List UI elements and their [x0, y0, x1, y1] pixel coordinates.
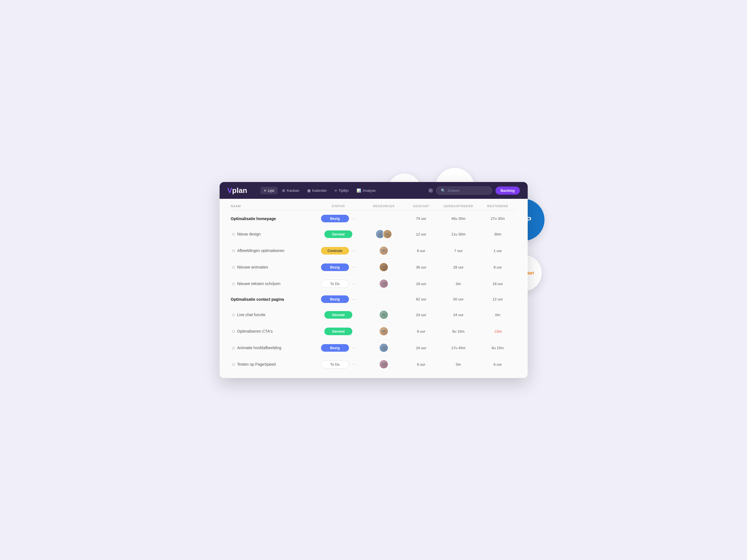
row-name: ⊟ Optimaliseren CTA's	[231, 329, 314, 334]
table-row: ⊟ Live chat functie Gereed PL 24 uur 24 …	[231, 306, 516, 323]
arrow-button[interactable]: →	[351, 281, 356, 286]
row-geregistreerd: 17u 45m	[438, 346, 479, 350]
row-resterend: 12 uur	[479, 297, 516, 301]
subtask-icon: ⊟	[232, 265, 235, 269]
backlog-button[interactable]: Backlog	[495, 186, 520, 195]
avatar: ER	[379, 359, 388, 369]
row-geschat: 8 uur	[405, 249, 438, 253]
scene: 🍃 VISMA =exact SAP ★ snelstart Vplan ≡ L…	[220, 182, 528, 378]
arrow-button[interactable]: →	[351, 216, 356, 221]
row-resources: JD AL	[363, 229, 405, 239]
row-geregistreerd: 11u 30m	[438, 232, 479, 236]
subtask-icon: ⊟	[232, 346, 235, 350]
analyse-icon: 📊	[357, 188, 361, 193]
row-name: ⊟ Testen op PageSpeed	[231, 362, 314, 367]
status-badge[interactable]: To Do	[321, 361, 349, 369]
status-badge[interactable]: Controle	[321, 247, 349, 255]
row-status: Gereed	[313, 328, 363, 335]
row-resterend: 0m	[479, 313, 516, 317]
row-geregistreerd: 50 uur	[438, 297, 479, 301]
row-resterend: 18 uur	[479, 282, 516, 286]
kalender-icon: ▦	[307, 188, 311, 193]
row-resources: NK	[363, 326, 405, 336]
row-geschat: 24 uur	[405, 346, 438, 350]
app-logo: Vplan	[227, 186, 247, 195]
row-geregistreerd: 28 uur	[438, 265, 479, 269]
topbar-right: ⊞ 🔍 Zoeken Backlog	[429, 186, 520, 195]
row-geregistreerd: 7 uur	[438, 249, 479, 253]
row-status: Bezig →	[313, 264, 363, 271]
header-resterend: RESTEREND	[479, 205, 516, 208]
nav-lijst[interactable]: ≡ Lijst	[260, 187, 278, 194]
row-geschat: 18 uur	[405, 282, 438, 286]
row-status: To Do →	[313, 280, 363, 288]
status-badge[interactable]: Bezig	[321, 264, 349, 271]
row-status: Bezig →	[313, 344, 363, 352]
arrow-button[interactable]: →	[351, 297, 356, 302]
table-header: NAAM STATUS RESOURCES GESCHAT GEREGISTRE…	[231, 205, 516, 210]
status-badge[interactable]: Gereed	[324, 231, 352, 238]
table-row: ⊟ Nieuw design Gereed JD AL 12 uur 11u 3…	[231, 226, 516, 242]
subtask-icon: ⊟	[232, 232, 235, 236]
nav-items: ≡ Lijst ⊞ Kanban ▦ Kalender ≡ Tijdlijn 📊	[260, 187, 419, 194]
row-geregistreerd: 0m	[438, 362, 479, 367]
row-resterend: 1 uur	[479, 249, 516, 253]
search-icon: 🔍	[441, 188, 445, 193]
table-row: Optimalisatie contact pagina Bezig → 62 …	[231, 292, 516, 306]
lijst-icon: ≡	[264, 188, 266, 193]
row-name: ⊟ Nieuw design	[231, 232, 314, 236]
row-geregistreerd: 24 uur	[438, 313, 479, 317]
row-name: Optimalisatie homepage	[231, 216, 314, 221]
row-resources: ER	[363, 359, 405, 369]
row-resterend: 6u 15m	[479, 346, 516, 350]
avatar: PL	[379, 310, 388, 319]
table-row: ⊟ Testen op PageSpeed To Do → ER 6 uur 0…	[231, 356, 516, 372]
avatar: SB	[379, 279, 388, 288]
status-badge[interactable]: Gereed	[324, 311, 352, 319]
row-status: Gereed	[313, 311, 363, 319]
row-geschat: 36 uur	[405, 265, 438, 269]
row-status: To Do →	[313, 361, 363, 369]
row-name: Optimalisatie contact pagina	[231, 297, 314, 301]
nav-analyse[interactable]: 📊 Analyse	[353, 187, 379, 194]
row-geregistreerd: 0m	[438, 282, 479, 286]
row-geregistreerd: 46u 30m	[438, 216, 479, 221]
table-row: ⊟ Animatie hoofdafbeelding Bezig → JD 24…	[231, 340, 516, 356]
header-resources: RESOURCES	[363, 205, 405, 208]
avatar: AL	[383, 229, 392, 239]
row-resterend: 8 uur	[479, 265, 516, 269]
header-geregistreerd: GEREGISTREERD	[438, 205, 479, 208]
arrow-button[interactable]: →	[351, 265, 356, 270]
row-geschat: 6 uur	[405, 362, 438, 367]
row-geschat: 8 uur	[405, 329, 438, 334]
subtask-icon: ⊟	[232, 282, 235, 286]
status-badge[interactable]: Bezig	[321, 215, 349, 222]
nav-kalender[interactable]: ▦ Kalender	[304, 187, 330, 194]
arrow-button[interactable]: →	[351, 345, 356, 350]
avatar: MV	[379, 246, 388, 256]
search-box[interactable]: 🔍 Zoeken	[436, 186, 492, 195]
row-resources: MV	[363, 246, 405, 256]
nav-tijdlijn[interactable]: ≡ Tijdlijn	[331, 187, 352, 194]
nav-kanban[interactable]: ⊞ Kanban	[279, 187, 303, 194]
header-status: STATUS	[313, 205, 363, 208]
status-badge[interactable]: To Do	[321, 280, 349, 288]
grid-icon[interactable]: ⊞	[429, 187, 433, 193]
status-badge[interactable]: Bezig	[321, 344, 349, 352]
row-resources: JD	[363, 343, 405, 352]
subtask-icon: ⊟	[232, 362, 235, 367]
row-status: Gereed	[313, 231, 363, 238]
topbar: Vplan ≡ Lijst ⊞ Kanban ▦ Kalender ≡ Tijd…	[220, 182, 528, 199]
row-resources: SB	[363, 279, 405, 288]
app-window: Vplan ≡ Lijst ⊞ Kanban ▦ Kalender ≡ Tijd…	[220, 182, 528, 378]
arrow-button[interactable]: →	[351, 248, 356, 253]
arrow-button[interactable]: →	[351, 362, 356, 367]
row-status: Bezig →	[313, 295, 363, 303]
row-resterend: 30m	[479, 232, 516, 236]
table-row: ⊟ Nieuwe teksten schrijven To Do → SB 18…	[231, 275, 516, 292]
avatar: JD	[379, 343, 388, 352]
status-badge[interactable]: Gereed	[324, 328, 352, 335]
tijdlijn-icon: ≡	[335, 188, 337, 193]
status-badge[interactable]: Bezig	[321, 295, 349, 303]
header-naam: NAAM	[231, 205, 314, 208]
